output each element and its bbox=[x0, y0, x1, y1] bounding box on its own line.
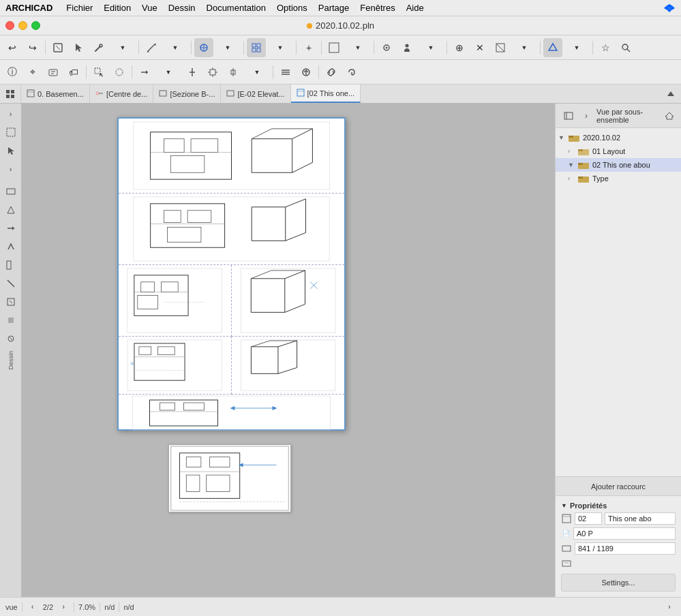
undo-button[interactable]: ↩ bbox=[3, 38, 22, 57]
prop-value-name[interactable]: This one abo bbox=[605, 512, 676, 525]
maximize-button[interactable] bbox=[31, 21, 40, 30]
measure-tool[interactable] bbox=[142, 38, 161, 57]
properties-section: ▼ Propriétés 02 This one abo 📄 A0 P bbox=[556, 496, 681, 597]
star-tool[interactable]: ☆ bbox=[596, 38, 615, 57]
sidebar-tool-8[interactable] bbox=[2, 311, 20, 329]
snap-tool[interactable] bbox=[194, 38, 213, 57]
settings-button[interactable]: Settings... bbox=[561, 574, 676, 591]
id-tool[interactable] bbox=[44, 63, 63, 82]
view-tool[interactable] bbox=[377, 38, 396, 57]
tree-label-thisone: 02 This one abou bbox=[592, 161, 650, 169]
status-expand-btn[interactable]: › bbox=[663, 601, 676, 613]
tab-nav-button[interactable] bbox=[663, 87, 678, 102]
svg-line-139 bbox=[251, 341, 270, 347]
svg-rect-127 bbox=[139, 347, 151, 355]
layers-tool[interactable] bbox=[276, 63, 295, 82]
origin-tool[interactable]: ⌖ bbox=[23, 63, 42, 82]
tree-item-01-layout[interactable]: › 01 Layout bbox=[556, 144, 681, 158]
status-prev-btn[interactable]: ‹ bbox=[27, 601, 39, 613]
sheet-cell-2 bbox=[119, 194, 344, 265]
svg-line-24 bbox=[496, 44, 504, 52]
sidebar-tool-3[interactable] bbox=[2, 219, 20, 237]
close-button[interactable] bbox=[5, 21, 14, 30]
link-tool-2[interactable] bbox=[342, 63, 361, 82]
extend-tool[interactable] bbox=[183, 63, 202, 82]
move-tool[interactable] bbox=[203, 63, 222, 82]
grid-tool[interactable] bbox=[247, 38, 266, 57]
sheet-cell-4a bbox=[119, 337, 232, 395]
menu-edition[interactable]: Edition bbox=[98, 1, 136, 14]
tab-basement[interactable]: 0. Basemen... bbox=[21, 84, 90, 103]
person-dropdown[interactable]: ▼ bbox=[418, 38, 444, 57]
sidebar-tool-7[interactable] bbox=[2, 293, 20, 311]
info-button[interactable]: ⓘ bbox=[3, 63, 22, 82]
sidebar-expand[interactable]: › bbox=[2, 105, 20, 123]
tree-item-root[interactable]: ▼ 2020.10.02 bbox=[556, 131, 681, 144]
sidebar-tool-5[interactable] bbox=[2, 256, 20, 274]
sidebar-tool-4[interactable] bbox=[2, 238, 20, 256]
shape-dropdown[interactable]: ▼ bbox=[564, 38, 590, 57]
line-tool[interactable] bbox=[324, 38, 344, 57]
menu-fichier[interactable]: Fichier bbox=[61, 1, 98, 14]
align-tool[interactable] bbox=[224, 63, 243, 82]
prop-value-dimensions[interactable]: 841 / 1189 bbox=[575, 542, 676, 555]
line-dropdown[interactable]: ▼ bbox=[345, 38, 371, 57]
arrow-tool[interactable] bbox=[135, 63, 154, 82]
redo-button[interactable]: ↪ bbox=[23, 38, 42, 57]
snap-dropdown[interactable]: ▼ bbox=[215, 38, 241, 57]
selection-tool[interactable] bbox=[89, 63, 108, 82]
zoom-tool[interactable] bbox=[616, 38, 635, 57]
menu-fenetres[interactable]: Fenêtres bbox=[354, 1, 400, 14]
align-dropdown[interactable]: ▼ bbox=[244, 63, 270, 82]
select-tool[interactable] bbox=[48, 38, 67, 57]
grid-dropdown[interactable]: ▼ bbox=[267, 38, 293, 57]
menu-documentation[interactable]: Documentation bbox=[201, 1, 271, 14]
minimize-button[interactable] bbox=[18, 21, 27, 30]
tab-centre[interactable]: [Centre de... bbox=[90, 84, 154, 103]
right-panel-icon-2[interactable]: › bbox=[579, 108, 594, 123]
tab-thisone[interactable]: [02 This one... bbox=[291, 84, 361, 103]
prop-value-number[interactable]: 02 bbox=[575, 512, 602, 525]
shape-tool[interactable] bbox=[543, 38, 562, 57]
sidebar-tool-1[interactable] bbox=[2, 183, 20, 200]
menu-aide[interactable]: Aide bbox=[401, 1, 429, 14]
menu-dessin[interactable]: Dessin bbox=[163, 1, 201, 14]
tab-elevation[interactable]: [E-02 Elevat... bbox=[221, 84, 290, 103]
transform-dropdown[interactable]: ▼ bbox=[511, 38, 537, 57]
measure-dropdown[interactable]: ▼ bbox=[162, 38, 188, 57]
status-next-btn[interactable]: › bbox=[57, 601, 70, 613]
tab-grid-view[interactable] bbox=[3, 87, 18, 102]
eyedropper-tool[interactable] bbox=[89, 38, 108, 57]
sidebar-select-box[interactable] bbox=[2, 123, 20, 141]
toolbar2-separator-2 bbox=[132, 65, 132, 79]
sidebar-arrow-right[interactable]: › bbox=[2, 160, 20, 178]
publish-tool[interactable] bbox=[297, 63, 316, 82]
svg-rect-17 bbox=[252, 48, 256, 52]
sidebar-tool-6[interactable] bbox=[2, 275, 20, 292]
tree-item-02-thisone[interactable]: ▼ 02 This one abou bbox=[556, 158, 681, 172]
sidebar-tool-2[interactable] bbox=[2, 201, 20, 219]
rotate-tool[interactable]: ⊕ bbox=[450, 38, 469, 57]
sidebar-arrow-tool[interactable] bbox=[2, 142, 20, 159]
right-panel-icon-1[interactable] bbox=[561, 108, 576, 123]
sidebar-tool-9[interactable] bbox=[2, 330, 20, 348]
person-tool[interactable] bbox=[397, 38, 417, 57]
transform-tool[interactable] bbox=[491, 38, 510, 57]
link-tool[interactable] bbox=[322, 63, 341, 82]
menu-vue[interactable]: Vue bbox=[136, 1, 163, 14]
menu-options[interactable]: Options bbox=[271, 1, 313, 14]
tag-tool[interactable]: 🏷 bbox=[64, 63, 83, 82]
lasso-tool[interactable] bbox=[110, 63, 129, 82]
arrow-dropdown[interactable]: ▼ bbox=[155, 63, 181, 82]
prop-value-size[interactable]: A0 P bbox=[573, 527, 676, 540]
add-shortcut-button[interactable]: Ajouter raccourc bbox=[556, 477, 681, 496]
tree-item-type[interactable]: › Type bbox=[556, 172, 681, 185]
toolbar-separator-2 bbox=[138, 41, 139, 55]
tab-sezione[interactable]: [Sezione B-... bbox=[153, 84, 221, 103]
eyedropper-dropdown[interactable]: ▼ bbox=[110, 38, 136, 57]
right-panel-house-icon[interactable] bbox=[663, 108, 676, 123]
axis-tool[interactable]: ✕ bbox=[470, 38, 489, 57]
pointer-tool[interactable] bbox=[69, 38, 88, 57]
crosshair-tool[interactable]: + bbox=[299, 38, 318, 57]
menu-partage[interactable]: Partage bbox=[313, 1, 355, 14]
